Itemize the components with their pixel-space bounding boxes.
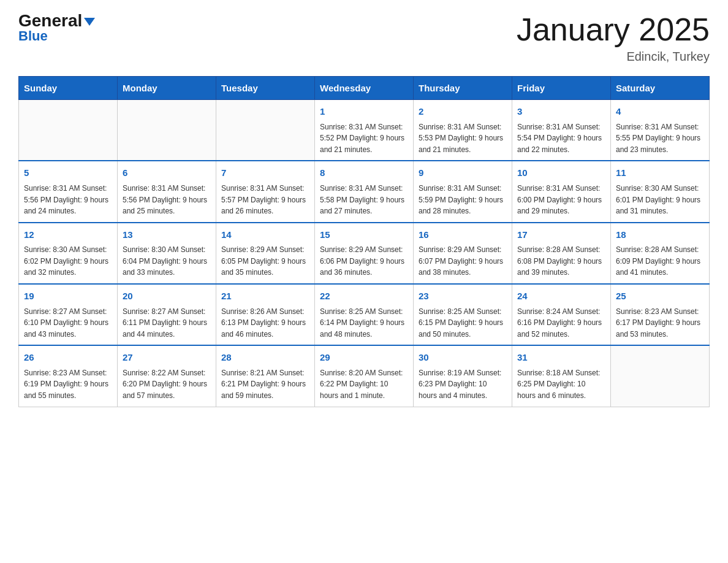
day-number: 19 [24,289,112,304]
day-info: Sunrise: 8:31 AM Sunset: 5:56 PM Dayligh… [123,183,211,217]
day-number: 28 [221,351,309,365]
day-info: Sunrise: 8:30 AM Sunset: 6:04 PM Dayligh… [123,244,211,278]
day-info: Sunrise: 8:29 AM Sunset: 6:06 PM Dayligh… [320,244,408,278]
table-row: 25Sunrise: 8:23 AM Sunset: 6:17 PM Dayli… [611,284,710,345]
day-number: 23 [419,289,507,304]
day-number: 24 [517,289,605,304]
table-row: 12Sunrise: 8:30 AM Sunset: 6:02 PM Dayli… [19,223,118,284]
table-row: 26Sunrise: 8:23 AM Sunset: 6:19 PM Dayli… [19,345,118,407]
day-number: 31 [517,351,605,365]
day-number: 25 [616,289,704,304]
table-row: 22Sunrise: 8:25 AM Sunset: 6:14 PM Dayli… [315,284,414,345]
calendar-header-row: Sunday Monday Tuesday Wednesday Thursday… [19,77,710,100]
calendar-week-row: 5Sunrise: 8:31 AM Sunset: 5:56 PM Daylig… [19,161,710,222]
day-number: 9 [419,166,507,180]
day-info: Sunrise: 8:31 AM Sunset: 5:55 PM Dayligh… [616,121,704,156]
day-number: 30 [419,351,507,365]
table-row: 29Sunrise: 8:20 AM Sunset: 6:22 PM Dayli… [315,345,414,407]
table-row [611,345,710,407]
table-row: 27Sunrise: 8:22 AM Sunset: 6:20 PM Dayli… [118,345,216,407]
day-number: 17 [517,228,605,242]
table-row [19,100,118,161]
day-info: Sunrise: 8:18 AM Sunset: 6:25 PM Dayligh… [517,367,605,402]
day-info: Sunrise: 8:24 AM Sunset: 6:16 PM Dayligh… [517,306,605,340]
day-info: Sunrise: 8:31 AM Sunset: 5:57 PM Dayligh… [221,183,309,217]
day-info: Sunrise: 8:25 AM Sunset: 6:14 PM Dayligh… [320,306,408,340]
table-row: 11Sunrise: 8:30 AM Sunset: 6:01 PM Dayli… [611,161,710,222]
table-row: 9Sunrise: 8:31 AM Sunset: 5:59 PM Daylig… [414,161,512,222]
day-info: Sunrise: 8:26 AM Sunset: 6:13 PM Dayligh… [221,306,309,340]
table-row: 6Sunrise: 8:31 AM Sunset: 5:56 PM Daylig… [118,161,216,222]
day-info: Sunrise: 8:31 AM Sunset: 5:59 PM Dayligh… [419,183,507,217]
table-row: 7Sunrise: 8:31 AM Sunset: 5:57 PM Daylig… [216,161,315,222]
location: Edincik, Turkey [517,50,710,64]
day-info: Sunrise: 8:31 AM Sunset: 5:54 PM Dayligh… [517,121,605,156]
col-header-tuesday: Tuesday [216,77,315,100]
day-info: Sunrise: 8:27 AM Sunset: 6:11 PM Dayligh… [123,306,211,340]
day-number: 11 [616,166,704,180]
table-row: 10Sunrise: 8:31 AM Sunset: 6:00 PM Dayli… [512,161,611,222]
day-info: Sunrise: 8:20 AM Sunset: 6:22 PM Dayligh… [320,367,408,402]
day-info: Sunrise: 8:25 AM Sunset: 6:15 PM Dayligh… [419,306,507,340]
table-row: 15Sunrise: 8:29 AM Sunset: 6:06 PM Dayli… [315,223,414,284]
table-row: 5Sunrise: 8:31 AM Sunset: 5:56 PM Daylig… [19,161,118,222]
table-row: 1Sunrise: 8:31 AM Sunset: 5:52 PM Daylig… [315,100,414,161]
table-row: 18Sunrise: 8:28 AM Sunset: 6:09 PM Dayli… [611,223,710,284]
day-number: 20 [123,289,211,304]
col-header-friday: Friday [512,77,611,100]
table-row: 8Sunrise: 8:31 AM Sunset: 5:58 PM Daylig… [315,161,414,222]
day-info: Sunrise: 8:30 AM Sunset: 6:01 PM Dayligh… [616,183,704,217]
table-row: 2Sunrise: 8:31 AM Sunset: 5:53 PM Daylig… [414,100,512,161]
day-number: 15 [320,228,408,242]
day-number: 13 [123,228,211,242]
table-row: 14Sunrise: 8:29 AM Sunset: 6:05 PM Dayli… [216,223,315,284]
table-row: 30Sunrise: 8:19 AM Sunset: 6:23 PM Dayli… [414,345,512,407]
table-row: 17Sunrise: 8:28 AM Sunset: 6:08 PM Dayli… [512,223,611,284]
day-info: Sunrise: 8:31 AM Sunset: 5:58 PM Dayligh… [320,183,408,217]
day-number: 26 [24,351,112,365]
day-number: 29 [320,351,408,365]
day-info: Sunrise: 8:23 AM Sunset: 6:17 PM Dayligh… [616,306,704,340]
col-header-monday: Monday [118,77,216,100]
table-row: 19Sunrise: 8:27 AM Sunset: 6:10 PM Dayli… [19,284,118,345]
table-row [118,100,216,161]
table-row: 21Sunrise: 8:26 AM Sunset: 6:13 PM Dayli… [216,284,315,345]
table-row: 4Sunrise: 8:31 AM Sunset: 5:55 PM Daylig… [611,100,710,161]
col-header-wednesday: Wednesday [315,77,414,100]
col-header-sunday: Sunday [19,77,118,100]
day-number: 14 [221,228,309,242]
day-info: Sunrise: 8:31 AM Sunset: 5:52 PM Dayligh… [320,121,408,156]
col-header-saturday: Saturday [611,77,710,100]
logo-general-text: General [18,12,95,29]
day-info: Sunrise: 8:27 AM Sunset: 6:10 PM Dayligh… [24,306,112,340]
day-info: Sunrise: 8:23 AM Sunset: 6:19 PM Dayligh… [24,367,112,402]
day-info: Sunrise: 8:21 AM Sunset: 6:21 PM Dayligh… [221,367,309,402]
table-row: 23Sunrise: 8:25 AM Sunset: 6:15 PM Dayli… [414,284,512,345]
day-number: 4 [616,105,704,119]
table-row: 20Sunrise: 8:27 AM Sunset: 6:11 PM Dayli… [118,284,216,345]
day-number: 8 [320,166,408,180]
col-header-thursday: Thursday [414,77,512,100]
day-number: 18 [616,228,704,242]
day-number: 1 [320,105,408,119]
day-number: 5 [24,166,112,180]
title-section: January 2025 Edincik, Turkey [517,12,710,64]
day-info: Sunrise: 8:19 AM Sunset: 6:23 PM Dayligh… [419,367,507,402]
day-info: Sunrise: 8:29 AM Sunset: 6:05 PM Dayligh… [221,244,309,278]
calendar-week-row: 1Sunrise: 8:31 AM Sunset: 5:52 PM Daylig… [19,100,710,161]
day-info: Sunrise: 8:22 AM Sunset: 6:20 PM Dayligh… [123,367,211,402]
day-info: Sunrise: 8:28 AM Sunset: 6:09 PM Dayligh… [616,244,704,278]
table-row: 24Sunrise: 8:24 AM Sunset: 6:16 PM Dayli… [512,284,611,345]
calendar-week-row: 12Sunrise: 8:30 AM Sunset: 6:02 PM Dayli… [19,223,710,284]
day-info: Sunrise: 8:31 AM Sunset: 5:56 PM Dayligh… [24,183,112,217]
day-info: Sunrise: 8:31 AM Sunset: 6:00 PM Dayligh… [517,183,605,217]
day-number: 22 [320,289,408,304]
day-info: Sunrise: 8:29 AM Sunset: 6:07 PM Dayligh… [419,244,507,278]
day-info: Sunrise: 8:30 AM Sunset: 6:02 PM Dayligh… [24,244,112,278]
day-number: 16 [419,228,507,242]
calendar-week-row: 19Sunrise: 8:27 AM Sunset: 6:10 PM Dayli… [19,284,710,345]
day-number: 3 [517,105,605,119]
month-title: January 2025 [517,12,710,47]
calendar-table: Sunday Monday Tuesday Wednesday Thursday… [18,76,710,407]
page-header: General Blue January 2025 Edincik, Turke… [18,12,710,64]
